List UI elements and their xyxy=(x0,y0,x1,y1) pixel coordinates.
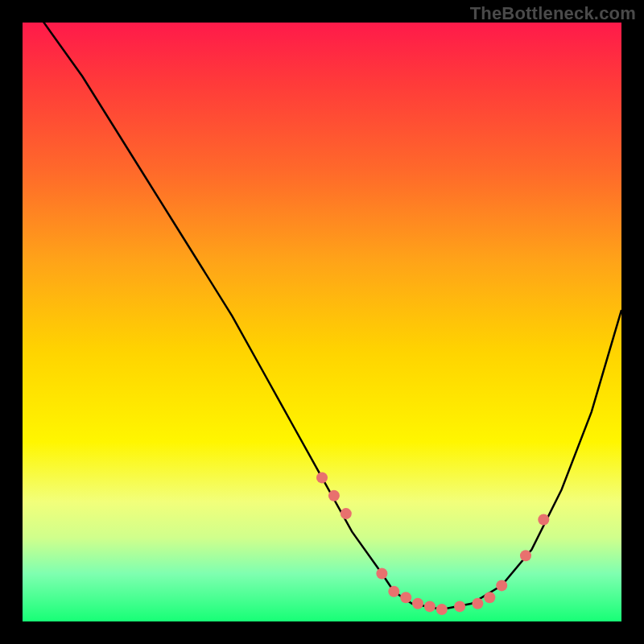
bottleneck-curve xyxy=(23,23,621,609)
data-point xyxy=(424,601,436,612)
data-point xyxy=(400,592,411,603)
data-points-group xyxy=(316,472,549,615)
plot-area xyxy=(23,23,621,621)
data-point xyxy=(520,550,531,561)
data-point xyxy=(484,592,495,603)
data-point xyxy=(412,598,423,609)
chart-frame: TheBottleneck.com xyxy=(0,0,644,644)
data-point xyxy=(328,490,340,502)
data-point xyxy=(316,472,328,483)
watermark-text: TheBottleneck.com xyxy=(470,3,636,24)
data-point xyxy=(538,514,549,526)
data-point xyxy=(436,604,448,615)
data-point xyxy=(388,586,399,597)
data-point xyxy=(376,568,387,580)
data-point xyxy=(341,508,352,519)
bottleneck-curve-svg xyxy=(23,23,621,621)
data-point xyxy=(472,598,483,609)
data-point xyxy=(496,580,507,591)
data-point xyxy=(454,601,465,612)
